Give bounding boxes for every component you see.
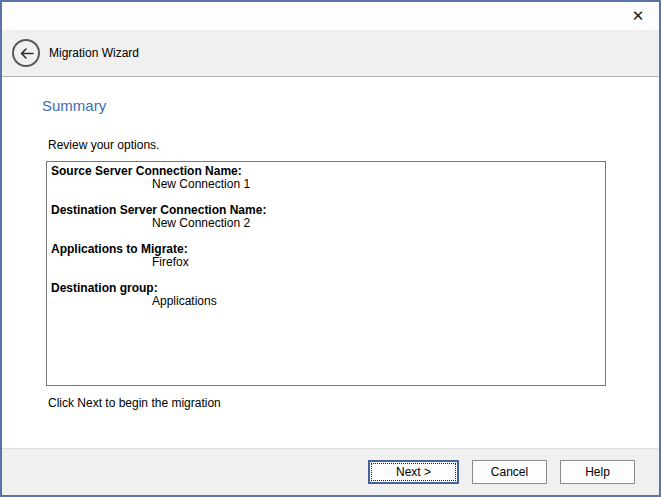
back-arrow-icon	[18, 45, 35, 62]
summary-item-destination-connection: Destination Server Connection Name: New …	[51, 204, 601, 230]
summary-item-value: New Connection 1	[51, 178, 601, 191]
content-area: Summary Review your options. Source Serv…	[2, 77, 659, 448]
summary-item-label: Applications to Migrate:	[51, 243, 601, 256]
help-button[interactable]: Help	[560, 460, 635, 484]
summary-box: Source Server Connection Name: New Conne…	[46, 161, 606, 386]
summary-item-applications: Applications to Migrate: Firefox	[51, 243, 601, 269]
review-instruction: Review your options.	[48, 138, 659, 152]
summary-item-value: Applications	[51, 295, 601, 308]
summary-item-label: Destination group:	[51, 282, 601, 295]
page-title: Summary	[42, 97, 659, 114]
summary-item-source-connection: Source Server Connection Name: New Conne…	[51, 165, 601, 191]
summary-item-label: Source Server Connection Name:	[51, 165, 601, 178]
next-instruction: Click Next to begin the migration	[48, 396, 659, 410]
close-icon[interactable]: ✕	[617, 2, 659, 30]
wizard-title: Migration Wizard	[49, 46, 139, 60]
summary-item-value: Firefox	[51, 256, 601, 269]
next-button[interactable]: Next >	[368, 460, 459, 484]
summary-item-destination-group: Destination group: Applications	[51, 282, 601, 308]
cancel-button[interactable]: Cancel	[472, 460, 547, 484]
migration-wizard-window: ✕ Migration Wizard Summary Review your o…	[0, 0, 661, 497]
title-bar: ✕	[2, 2, 659, 30]
summary-item-value: New Connection 2	[51, 217, 601, 230]
button-bar: Next > Cancel Help	[2, 448, 659, 495]
back-button[interactable]	[12, 39, 40, 67]
summary-item-label: Destination Server Connection Name:	[51, 204, 601, 217]
wizard-header: Migration Wizard	[2, 30, 659, 77]
